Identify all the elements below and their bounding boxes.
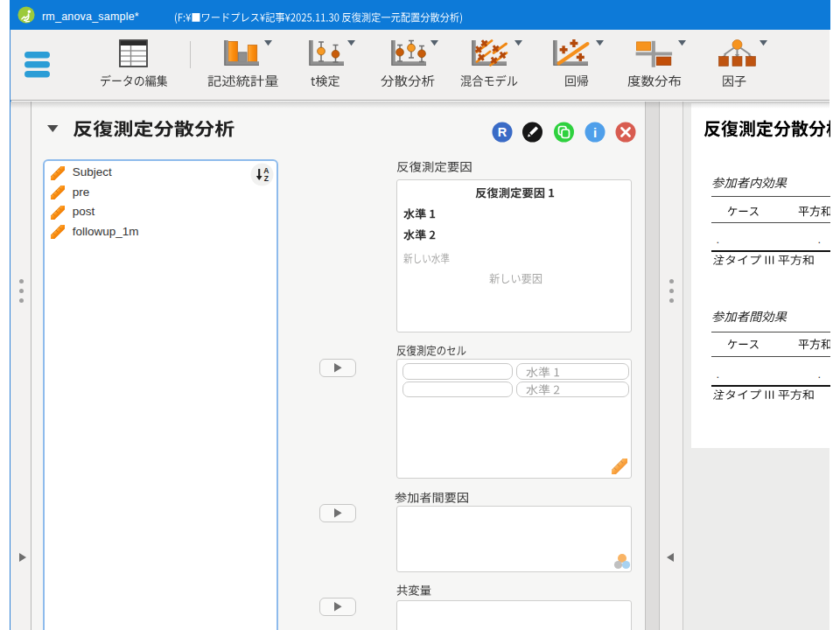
svg-text:Z: Z: [264, 174, 269, 183]
svg-text:i: i: [593, 124, 597, 139]
svg-text:R: R: [498, 125, 508, 139]
